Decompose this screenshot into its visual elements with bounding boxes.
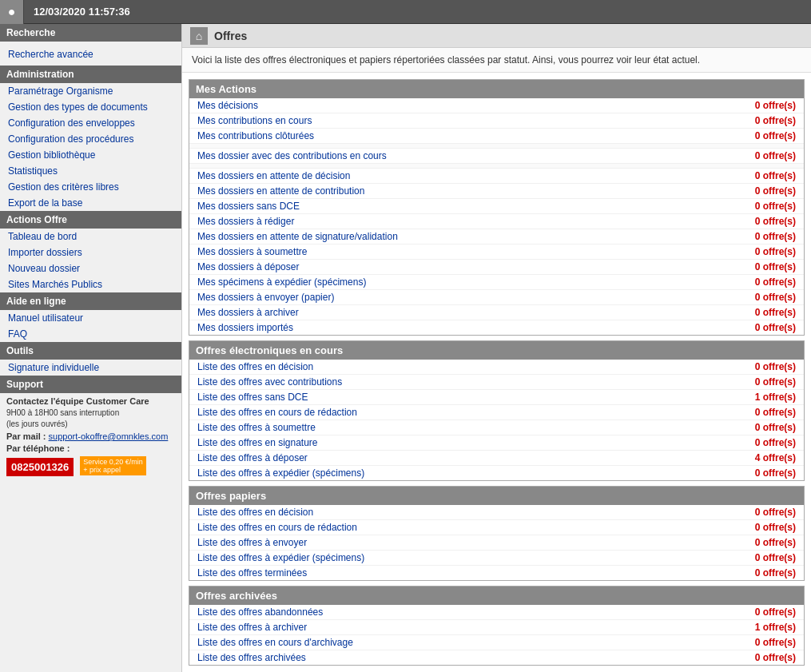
row-offres-elec-expedier-specimens[interactable]: Liste des offres à expédier (spécimens) … <box>189 466 804 480</box>
section-mes-actions: Mes Actions Mes décisions 0 offre(s) Mes… <box>189 79 805 336</box>
page-title: Offres <box>214 30 247 42</box>
row-count-mes-decisions: 0 offre(s) <box>755 100 796 111</box>
logo-icon: ● <box>8 5 16 19</box>
section-header-mes-actions: Mes Actions <box>189 80 804 98</box>
row-offres-elec-sans-dce[interactable]: Liste des offres sans DCE 1 offre(s) <box>189 390 804 405</box>
row-offres-papier-decision[interactable]: Liste des offres en décision 0 offre(s) <box>189 505 804 520</box>
sidebar-title-aide: Aide en ligne <box>0 292 181 310</box>
row-offres-arch-archiver[interactable]: Liste des offres à archiver 1 offre(s) <box>189 620 804 635</box>
sidebar-section-actions-offre: Actions Offre Tableau de bord Importer d… <box>0 211 181 292</box>
sidebar-item-gestion-bibliotheque[interactable]: Gestion bibliothèque <box>0 147 181 163</box>
sidebar-title-support: Support <box>0 376 181 393</box>
sidebar-item-tableau-de-bord[interactable]: Tableau de bord <box>0 229 181 245</box>
sidebar-title-actions-offre: Actions Offre <box>0 211 181 229</box>
sidebar-section-support: Support Contactez l'équipe Customer Care… <box>0 376 181 479</box>
row-offres-arch-archivees[interactable]: Liste des offres archivées 0 offre(s) <box>189 650 804 665</box>
row-mes-dossiers-signature-validation[interactable]: Mes dossiers en attente de signature/val… <box>189 229 804 245</box>
app-logo[interactable]: ● <box>0 0 24 24</box>
section-body-mes-actions: Mes décisions 0 offre(s) Mes contributio… <box>189 98 804 335</box>
section-header-offres-papiers: Offres papiers <box>189 487 804 505</box>
row-mes-dossiers-rediger[interactable]: Mes dossiers à rédiger 0 offre(s) <box>189 214 804 229</box>
section-header-offres-electroniques: Offres électroniques en cours <box>189 341 804 360</box>
main-layout: Recherche Recherche avancée Administrati… <box>0 24 811 672</box>
sidebar-item-recherche-avancee[interactable]: Recherche avancée <box>0 46 181 62</box>
section-offres-archivees: Offres archivées Liste des offres abando… <box>189 586 805 666</box>
sidebar-item-config-procedures[interactable]: Configuration des procédures <box>0 131 181 147</box>
row-offres-elec-soumettre[interactable]: Liste des offres à soumettre 0 offre(s) <box>189 420 804 435</box>
sidebar-item-manuel-utilisateur[interactable]: Manuel utilisateur <box>0 310 181 326</box>
support-days: (les jours ouvrés) <box>6 420 175 428</box>
row-offres-arch-abandonnees[interactable]: Liste des offres abandonnées 0 offre(s) <box>189 605 804 620</box>
row-offres-papier-expedier-specimens[interactable]: Liste des offres à expédier (spécimens) … <box>189 551 804 566</box>
row-offres-elec-decision[interactable]: Liste des offres en décision 0 offre(s) <box>189 360 804 375</box>
row-mes-dossier-contributions[interactable]: Mes dossier avec des contributions en co… <box>189 149 804 164</box>
sidebar-item-signature-individuelle[interactable]: Signature individuelle <box>0 360 181 376</box>
sidebar-item-criteres-libres[interactable]: Gestion des critères libres <box>0 179 181 195</box>
sidebar: Recherche Recherche avancée Administrati… <box>0 24 182 672</box>
support-hours: 9H00 à 18H00 sans interruption <box>6 408 175 417</box>
main-header-bar: ⌂ Offres <box>182 24 811 48</box>
section-body-offres-electroniques: Liste des offres en décision 0 offre(s) … <box>189 360 804 480</box>
row-mes-dossiers-importes[interactable]: Mes dossiers importés 0 offre(s) <box>189 320 804 335</box>
row-mes-dossiers-attente-contribution[interactable]: Mes dossiers en attente de contribution … <box>189 184 804 199</box>
row-offres-elec-contributions[interactable]: Liste des offres avec contributions 0 of… <box>189 375 804 390</box>
section-header-offres-archivees: Offres archivées <box>189 587 804 605</box>
sidebar-item-export-base[interactable]: Export de la base <box>0 195 181 211</box>
row-mes-dossiers-attente-decision[interactable]: Mes dossiers en attente de décision 0 of… <box>189 169 804 184</box>
sidebar-title-administration: Administration <box>0 66 181 83</box>
sidebar-title-outils: Outils <box>0 342 181 360</box>
sidebar-section-aide: Aide en ligne Manuel utilisateur FAQ <box>0 292 181 342</box>
row-offres-papier-redaction[interactable]: Liste des offres en cours de rédaction 0… <box>189 520 804 535</box>
row-mes-dossiers-envoyer-papier[interactable]: Mes dossiers à envoyer (papier) 0 offre(… <box>189 290 804 305</box>
sidebar-section-outils: Outils Signature individuelle <box>0 342 181 376</box>
row-mes-specimens-expedier[interactable]: Mes spécimens à expédier (spécimens) 0 o… <box>189 275 804 290</box>
support-contact-label: Contactez l'équipe Customer Care <box>6 396 175 406</box>
section-body-offres-archivees: Liste des offres abandonnées 0 offre(s) … <box>189 605 804 665</box>
row-offres-papier-terminees[interactable]: Liste des offres terminées 0 offre(s) <box>189 566 804 580</box>
section-offres-electroniques: Offres électroniques en cours Liste des … <box>189 340 805 481</box>
sidebar-item-parametrage[interactable]: Paramétrage Organisme <box>0 83 181 99</box>
sidebar-item-sites-marches-publics[interactable]: Sites Marchés Publics <box>0 276 181 292</box>
row-mes-contributions-en-cours[interactable]: Mes contributions en cours 0 offre(s) <box>189 113 804 129</box>
row-offres-papier-envoyer[interactable]: Liste des offres à envoyer 0 offre(s) <box>189 535 804 551</box>
sidebar-item-config-enveloppes[interactable]: Configuration des enveloppes <box>0 115 181 131</box>
row-offres-elec-signature[interactable]: Liste des offres en signature 0 offre(s) <box>189 435 804 451</box>
sidebar-item-importer-dossiers[interactable]: Importer dossiers <box>0 245 181 260</box>
section-offres-papiers: Offres papiers Liste des offres en décis… <box>189 486 805 581</box>
row-offres-elec-deposer[interactable]: Liste des offres à déposer 4 offre(s) <box>189 451 804 466</box>
sidebar-item-statistiques[interactable]: Statistiques <box>0 163 181 179</box>
row-offres-elec-redaction[interactable]: Liste des offres en cours de rédaction 0… <box>189 405 804 420</box>
row-mes-dossiers-deposer[interactable]: Mes dossiers à déposer 0 offre(s) <box>189 260 804 275</box>
support-phone-label: Par téléphone : <box>6 443 175 453</box>
support-mail-row: Par mail : support-okoffre@omnkles.com <box>6 431 175 441</box>
sidebar-title-recherche: Recherche <box>0 24 181 42</box>
row-mes-contributions-cloturees[interactable]: Mes contributions clôturées 0 offre(s) <box>189 129 804 144</box>
row-label-mes-decisions[interactable]: Mes décisions <box>197 100 258 111</box>
sidebar-item-nouveau-dossier[interactable]: Nouveau dossier <box>0 260 181 276</box>
sidebar-section-administration: Administration Paramétrage Organisme Ges… <box>0 66 181 211</box>
row-mes-decisions[interactable]: Mes décisions 0 offre(s) <box>189 98 804 113</box>
row-offres-arch-cours-archivage[interactable]: Liste des offres en cours d'archivage 0 … <box>189 635 804 650</box>
sidebar-item-gestion-types[interactable]: Gestion des types de documents <box>0 99 181 115</box>
sidebar-section-recherche: Recherche Recherche avancée <box>0 24 181 66</box>
datetime-display: 12/03/2020 11:57:36 <box>24 6 140 18</box>
intro-text: Voici la liste des offres électroniques … <box>182 48 811 73</box>
row-mes-dossiers-sans-dce[interactable]: Mes dossiers sans DCE 0 offre(s) <box>189 199 804 214</box>
support-phone-service: Service 0,20 €/min + prix appel <box>80 456 146 475</box>
support-mail-label: Par mail : <box>6 431 49 441</box>
home-button[interactable]: ⌂ <box>190 27 208 45</box>
support-phone-number[interactable]: 0825001326 <box>6 458 74 476</box>
app-header: ● 12/03/2020 11:57:36 <box>0 0 811 24</box>
support-content: Contactez l'équipe Customer Care 9H00 à … <box>0 393 181 479</box>
row-mes-dossiers-archiver[interactable]: Mes dossiers à archiver 0 offre(s) <box>189 305 804 320</box>
main-content: ⌂ Offres Voici la liste des offres élect… <box>182 24 811 672</box>
row-mes-dossiers-soumettre[interactable]: Mes dossiers à soumettre 0 offre(s) <box>189 245 804 260</box>
support-mail-link[interactable]: support-okoffre@omnkles.com <box>49 431 169 441</box>
sidebar-item-faq[interactable]: FAQ <box>0 326 181 342</box>
section-body-offres-papiers: Liste des offres en décision 0 offre(s) … <box>189 505 804 580</box>
